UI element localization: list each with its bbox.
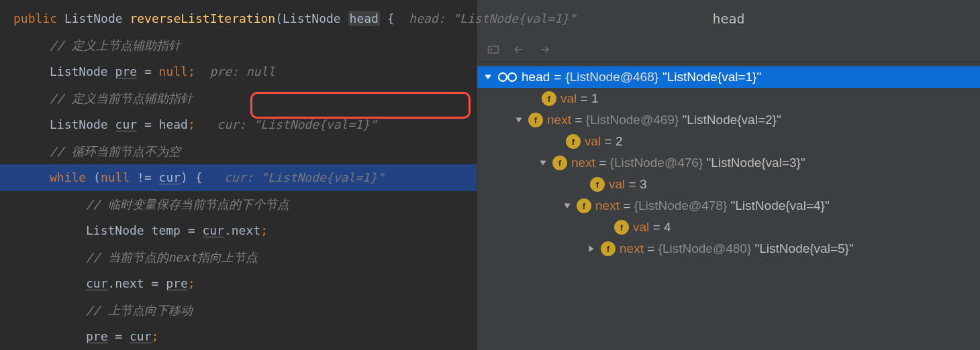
var-name: head bbox=[522, 70, 550, 84]
code-line-1[interactable]: public ListNode reverseListIteration(Lis… bbox=[0, 5, 477, 32]
keyword-public: public bbox=[13, 11, 57, 25]
field-badge-icon: f bbox=[542, 91, 556, 106]
new-watch-icon[interactable] bbox=[487, 43, 500, 56]
inline-debug-hint: head: "ListNode{val=1}" bbox=[409, 11, 576, 25]
expand-arrow-icon[interactable] bbox=[562, 200, 573, 211]
inline-debug-hint: pre: null bbox=[209, 64, 275, 78]
watch-glasses-icon bbox=[497, 71, 518, 83]
tree-row-val[interactable]: f val = 4 bbox=[477, 217, 980, 238]
var-name: next bbox=[547, 113, 571, 127]
var-name: val bbox=[585, 134, 601, 148]
tree-row-val[interactable]: f val = 1 bbox=[477, 88, 980, 109]
expand-arrow-icon[interactable] bbox=[483, 72, 493, 82]
svg-rect-0 bbox=[489, 46, 499, 53]
field-badge-icon: f bbox=[614, 220, 629, 235]
inline-debug-hint: cur: "ListNode{val=1}" bbox=[224, 170, 384, 184]
debug-variables-tree[interactable]: head = {ListNode@468} "ListNode{val=1}" … bbox=[477, 62, 980, 350]
tree-row-next[interactable]: f next = {ListNode@469} "ListNode{val=2}… bbox=[477, 109, 980, 131]
code-line-11[interactable]: cur.next = pre; bbox=[0, 270, 477, 297]
tree-row-next[interactable]: f next = {ListNode@480} "ListNode{val=5}… bbox=[477, 238, 980, 259]
field-badge-icon: f bbox=[528, 113, 543, 127]
debug-toolbar bbox=[477, 38, 980, 62]
field-badge-icon: f bbox=[590, 177, 605, 192]
var-name: next bbox=[595, 198, 620, 213]
expand-arrow-icon[interactable] bbox=[513, 115, 524, 125]
tree-row-next[interactable]: f next = {ListNode@476} "ListNode{val=3}… bbox=[477, 152, 980, 174]
return-type: ListNode bbox=[64, 11, 123, 25]
tree-row-val[interactable]: f val = 2 bbox=[477, 131, 980, 152]
code-line-6[interactable]: // 循环当前节点不为空 bbox=[0, 138, 477, 165]
var-name: next bbox=[571, 156, 595, 170]
field-badge-icon: f bbox=[577, 198, 591, 213]
code-editor[interactable]: public ListNode reverseListIteration(Lis… bbox=[0, 0, 477, 350]
code-line-2[interactable]: // 定义上节点辅助指针 bbox=[0, 32, 477, 59]
code-line-5[interactable]: ListNode cur = head; cur: "ListNode{val=… bbox=[0, 111, 477, 138]
code-line-8[interactable]: // 临时变量保存当前节点的下个节点 bbox=[0, 191, 477, 218]
debug-panel: head head = {ListNode@468} "ListNode{val… bbox=[477, 0, 980, 350]
field-badge-icon: f bbox=[552, 156, 567, 170]
code-line-9[interactable]: ListNode temp = cur.next; bbox=[0, 217, 477, 244]
code-line-4[interactable]: // 定义当前节点辅助指针 bbox=[0, 85, 477, 112]
close-paren: { bbox=[380, 11, 395, 25]
collapse-arrow-icon[interactable] bbox=[586, 243, 597, 254]
tree-row-next[interactable]: f next = {ListNode@478} "ListNode{val=4}… bbox=[477, 195, 980, 217]
code-line-13[interactable]: pre = cur; bbox=[0, 323, 477, 350]
code-line-12[interactable]: // 上节点向下移动 bbox=[0, 297, 477, 324]
inline-debug-hint: cur: "ListNode{val=1}" bbox=[217, 117, 377, 131]
open-paren: ( bbox=[275, 11, 283, 25]
code-line-7-current-execution[interactable]: while (null != cur) { cur: "ListNode{val… bbox=[0, 164, 477, 191]
code-line-10[interactable]: // 当前节点的next指向上节点 bbox=[0, 244, 477, 271]
svg-point-2 bbox=[508, 73, 516, 81]
svg-point-1 bbox=[499, 73, 507, 81]
field-badge-icon: f bbox=[566, 134, 581, 149]
method-name: reverseListIteration bbox=[130, 11, 275, 25]
tree-row-val[interactable]: f val = 3 bbox=[477, 174, 980, 195]
var-name: val bbox=[609, 177, 625, 191]
expand-arrow-icon[interactable] bbox=[538, 158, 548, 168]
param-type: ListNode bbox=[283, 11, 341, 25]
var-name: next bbox=[620, 241, 644, 255]
field-badge-icon: f bbox=[601, 241, 616, 256]
nav-back-icon[interactable] bbox=[512, 43, 526, 56]
var-name: val bbox=[560, 91, 577, 105]
var-name: val bbox=[633, 220, 649, 234]
tree-root-head[interactable]: head = {ListNode@468} "ListNode{val=1}" bbox=[477, 66, 980, 88]
param-name: head bbox=[348, 11, 380, 26]
code-line-3[interactable]: ListNode pre = null; pre: null bbox=[0, 58, 477, 85]
nav-forward-icon[interactable] bbox=[538, 43, 551, 56]
